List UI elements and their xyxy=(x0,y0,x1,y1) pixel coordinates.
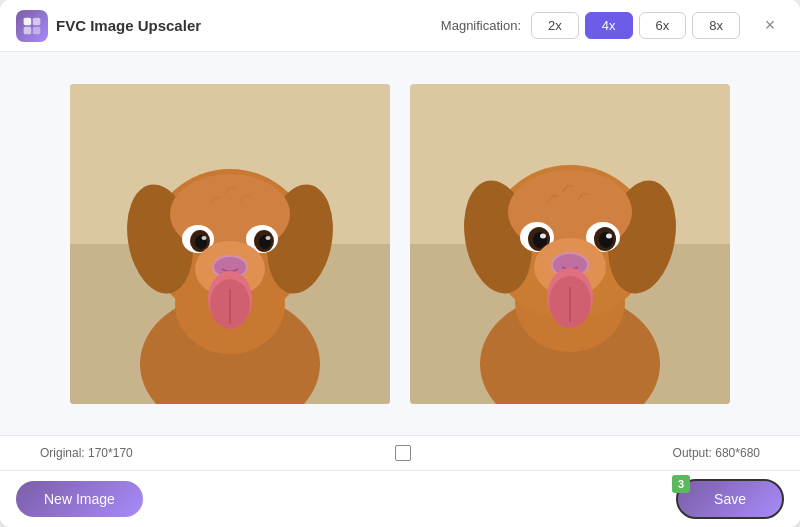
svg-rect-3 xyxy=(33,26,41,34)
new-image-button[interactable]: New Image xyxy=(16,481,143,517)
main-content xyxy=(0,52,800,435)
original-size-label: Original: 170*170 xyxy=(40,446,133,460)
magnification-label: Magnification: xyxy=(441,18,521,33)
svg-rect-1 xyxy=(33,17,41,25)
svg-rect-0 xyxy=(24,17,32,25)
app-title: FVC Image Upscaler xyxy=(56,17,201,34)
save-section: 3 Save xyxy=(676,479,784,519)
svg-point-20 xyxy=(266,236,271,240)
original-image xyxy=(70,84,390,404)
app-logo xyxy=(16,10,48,42)
mag-8x-button[interactable]: 8x xyxy=(692,12,740,39)
mag-4x-button[interactable]: 4x xyxy=(585,12,633,39)
output-image xyxy=(410,84,730,404)
svg-point-19 xyxy=(202,236,207,240)
footer: New Image 3 Save xyxy=(0,471,800,527)
save-button[interactable]: Save xyxy=(676,479,784,519)
compare-icon[interactable] xyxy=(395,445,411,461)
mag-2x-button[interactable]: 2x xyxy=(531,12,579,39)
svg-point-40 xyxy=(540,233,546,238)
svg-rect-2 xyxy=(24,26,32,34)
output-image-panel xyxy=(410,84,730,404)
titlebar: FVC Image Upscaler Magnification: 2x 4x … xyxy=(0,0,800,52)
app-window: FVC Image Upscaler Magnification: 2x 4x … xyxy=(0,0,800,527)
output-size-label: Output: 680*680 xyxy=(673,446,760,460)
mag-6x-button[interactable]: 6x xyxy=(639,12,687,39)
original-image-panel xyxy=(70,84,390,404)
status-bar: Original: 170*170 Output: 680*680 xyxy=(0,435,800,471)
svg-point-41 xyxy=(606,233,612,238)
close-button[interactable]: × xyxy=(756,12,784,40)
magnification-buttons: 2x 4x 6x 8x xyxy=(531,12,740,39)
save-badge: 3 xyxy=(672,475,690,493)
